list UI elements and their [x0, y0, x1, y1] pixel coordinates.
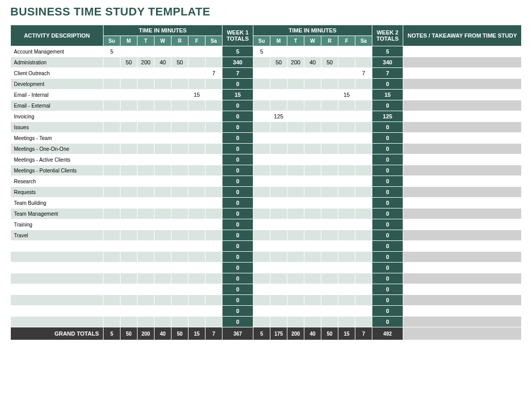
week2-day-cell[interactable] [270, 230, 287, 241]
week1-day-cell[interactable] [205, 187, 222, 198]
week2-day-cell[interactable] [338, 79, 355, 90]
week1-day-cell[interactable] [188, 46, 205, 57]
activity-cell[interactable]: Invoicing [11, 111, 104, 122]
week1-day-cell[interactable] [171, 79, 188, 90]
week2-day-cell[interactable] [338, 68, 355, 79]
notes-cell[interactable] [403, 154, 522, 165]
week2-day-cell[interactable] [270, 46, 287, 57]
week1-day-cell[interactable] [188, 306, 205, 317]
week2-day-cell[interactable] [304, 252, 321, 263]
week2-day-cell[interactable] [321, 176, 338, 187]
week2-day-cell[interactable] [338, 144, 355, 154]
week2-day-cell[interactable] [338, 198, 355, 208]
activity-cell[interactable] [11, 273, 104, 284]
week2-day-cell[interactable] [338, 133, 355, 144]
week1-day-cell[interactable] [121, 252, 138, 263]
week2-day-cell[interactable]: 7 [355, 68, 372, 79]
week1-day-cell[interactable] [205, 317, 222, 327]
week1-day-cell[interactable] [155, 100, 171, 111]
week2-day-cell[interactable] [304, 187, 321, 198]
week1-day-cell[interactable] [188, 230, 205, 241]
week1-day-cell[interactable] [171, 208, 188, 219]
activity-cell[interactable]: Meetings - Team [11, 133, 104, 144]
week2-day-cell[interactable] [253, 154, 270, 165]
week2-day-cell[interactable] [338, 306, 355, 317]
week1-day-cell[interactable] [121, 198, 138, 208]
week2-day-cell[interactable] [253, 57, 270, 68]
week2-day-cell[interactable] [253, 176, 270, 187]
week2-day-cell[interactable] [253, 219, 270, 230]
week1-day-cell[interactable] [104, 122, 121, 133]
week2-day-cell[interactable] [304, 165, 321, 176]
week1-day-cell[interactable] [171, 154, 188, 165]
week1-day-cell[interactable] [171, 46, 188, 57]
week2-day-cell[interactable] [355, 284, 372, 295]
week2-day-cell[interactable] [338, 57, 355, 68]
activity-cell[interactable]: Email - External [11, 100, 104, 111]
week1-day-cell[interactable] [171, 219, 188, 230]
week2-day-cell[interactable] [253, 122, 270, 133]
week2-day-cell[interactable]: 40 [304, 57, 321, 68]
week1-day-cell[interactable] [104, 154, 121, 165]
week2-day-cell[interactable] [355, 241, 372, 252]
week1-day-cell[interactable] [205, 100, 222, 111]
week1-day-cell[interactable]: 50 [121, 57, 138, 68]
week2-day-cell[interactable] [270, 165, 287, 176]
week1-day-cell[interactable] [104, 176, 121, 187]
week2-day-cell[interactable] [355, 219, 372, 230]
week2-day-cell[interactable] [338, 273, 355, 284]
activity-cell[interactable]: Training [11, 219, 104, 230]
week2-day-cell[interactable] [355, 57, 372, 68]
week1-day-cell[interactable] [138, 230, 155, 241]
week1-day-cell[interactable] [205, 122, 222, 133]
week2-day-cell[interactable] [355, 100, 372, 111]
week1-day-cell[interactable] [188, 79, 205, 90]
activity-cell[interactable]: Issues [11, 122, 104, 133]
notes-cell[interactable] [403, 111, 522, 122]
week1-day-cell[interactable] [205, 273, 222, 284]
week1-day-cell[interactable] [155, 306, 171, 317]
week1-day-cell[interactable] [155, 144, 171, 154]
week1-day-cell[interactable] [104, 57, 121, 68]
week1-day-cell[interactable] [205, 230, 222, 241]
week1-day-cell[interactable] [138, 198, 155, 208]
week2-day-cell[interactable]: 5 [253, 46, 270, 57]
activity-cell[interactable] [11, 252, 104, 263]
week2-day-cell[interactable] [355, 144, 372, 154]
week1-day-cell[interactable]: 5 [104, 46, 121, 57]
week1-day-cell[interactable] [171, 252, 188, 263]
week2-day-cell[interactable] [287, 90, 304, 100]
week1-day-cell[interactable] [121, 90, 138, 100]
week1-day-cell[interactable] [155, 317, 171, 327]
activity-cell[interactable] [11, 295, 104, 306]
week2-day-cell[interactable] [321, 219, 338, 230]
week2-day-cell[interactable] [253, 252, 270, 263]
week1-day-cell[interactable] [104, 306, 121, 317]
week1-day-cell[interactable] [205, 46, 222, 57]
notes-cell[interactable] [403, 295, 522, 306]
week2-day-cell[interactable] [253, 90, 270, 100]
week2-day-cell[interactable] [270, 68, 287, 79]
week1-day-cell[interactable] [205, 198, 222, 208]
week1-day-cell[interactable] [155, 176, 171, 187]
week1-day-cell[interactable] [121, 79, 138, 90]
week2-day-cell[interactable] [355, 122, 372, 133]
week2-day-cell[interactable] [355, 295, 372, 306]
week2-day-cell[interactable] [304, 208, 321, 219]
week2-day-cell[interactable] [304, 122, 321, 133]
week1-day-cell[interactable] [121, 133, 138, 144]
week1-day-cell[interactable] [121, 263, 138, 273]
week2-day-cell[interactable] [321, 306, 338, 317]
week2-day-cell[interactable] [304, 241, 321, 252]
notes-cell[interactable] [403, 198, 522, 208]
week1-day-cell[interactable] [104, 252, 121, 263]
week1-day-cell[interactable] [121, 317, 138, 327]
notes-cell[interactable] [403, 46, 522, 57]
week1-day-cell[interactable] [138, 176, 155, 187]
week2-day-cell[interactable] [253, 68, 270, 79]
week1-day-cell[interactable] [155, 208, 171, 219]
week2-day-cell[interactable] [287, 208, 304, 219]
week2-day-cell[interactable] [321, 90, 338, 100]
week2-day-cell[interactable] [304, 100, 321, 111]
week1-day-cell[interactable] [104, 241, 121, 252]
